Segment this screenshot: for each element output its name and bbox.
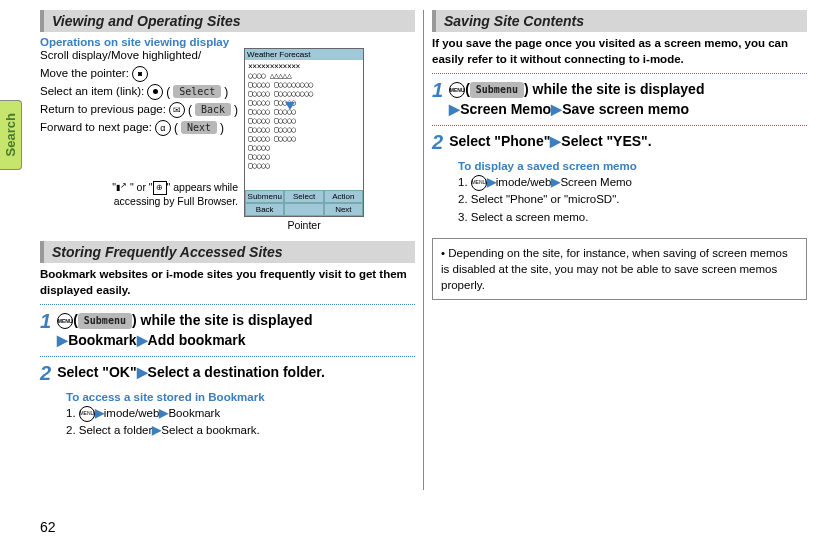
storing-step-1: 1 MENU(Submenu) while the site is displa… — [40, 311, 415, 350]
move-pointer-label: Move the pointer: — [40, 66, 129, 82]
pointer-arrow-icon — [285, 102, 295, 110]
next-softkey: Next — [181, 121, 217, 134]
saving-note-box: • Depending on the site, for instance, w… — [432, 238, 807, 300]
access-bookmark-steps: 1. MENU▶imode/web▶Bookmark 2. Select a f… — [66, 405, 415, 440]
back-softkey: Back — [195, 103, 231, 116]
submenu-softkey: Submenu — [78, 313, 132, 329]
storing-step-2: 2 Select "OK"▶Select a destination folde… — [40, 363, 415, 383]
saving-note-text: Depending on the site, for instance, whe… — [441, 247, 788, 291]
alpha-button-icon — [155, 120, 171, 136]
section-saving-title: Saving Site Contents — [432, 10, 807, 32]
saving-step-1: 1 MENU(Submenu) while the site is displa… — [432, 80, 807, 119]
return-prev-label: Return to previous page: — [40, 102, 166, 118]
select-item-label: Select an item (link): — [40, 84, 144, 100]
globe-box-icon: ⊕ — [153, 181, 167, 195]
pointer-caption: Pointer — [244, 219, 364, 231]
scroll-move-text: Scroll display/Move highlighted/ — [40, 48, 238, 64]
section-viewing-title: Viewing and Operating Sites — [40, 10, 415, 32]
antenna-icon — [116, 182, 130, 194]
menu-button-icon-2: MENU — [449, 82, 465, 98]
side-tab: Search — [0, 100, 22, 170]
phone-softkey-row: Submenu Select Action — [245, 190, 363, 203]
column-divider — [423, 10, 424, 490]
access-bookmark-title: To access a site stored in Bookmark — [66, 391, 415, 403]
menu-button-icon: MENU — [57, 313, 73, 329]
operations-figure-row: Scroll display/Move highlighted/ Move th… — [40, 48, 415, 231]
page-columns: Viewing and Operating Sites Operations o… — [40, 10, 807, 490]
operations-subtitle: Operations on site viewing display — [40, 36, 415, 48]
operations-text-block: Scroll display/Move highlighted/ Move th… — [40, 48, 238, 231]
page-number: 62 — [40, 519, 56, 535]
select-softkey: Select — [173, 85, 221, 98]
saving-intro: If you save the page once you visited as… — [432, 36, 807, 67]
menu-button-icon-small: MENU — [79, 406, 95, 422]
submenu-softkey-2: Submenu — [470, 82, 524, 98]
step-number-1: 1 — [40, 311, 51, 350]
section-storing-title: Storing Frequently Accessed Sites — [40, 241, 415, 263]
storing-intro: Bookmark websites or i-mode sites you fr… — [40, 267, 415, 298]
center-button-icon — [147, 84, 163, 100]
side-tab-label: Search — [3, 113, 18, 156]
left-column: Viewing and Operating Sites Operations o… — [40, 10, 415, 490]
right-column: Saving Site Contents If you save the pag… — [432, 10, 807, 490]
nav-pad-icon — [132, 66, 148, 82]
phone-screenshot: Weather Forecast ×××××××××××× ○○○○ △△△△△… — [244, 48, 364, 231]
menu-button-icon-3: MENU — [471, 175, 487, 191]
phone-screen-body: ×××××××××××× ○○○○ △△△△△ ▢○○○○ ▢○○○○○○○○ … — [245, 60, 363, 190]
step-number-2: 2 — [40, 363, 51, 383]
forward-next-label: Forward to next page: — [40, 120, 152, 136]
phone-screen-title: Weather Forecast — [245, 49, 363, 60]
display-saved-steps: 1. MENU▶imode/web▶Screen Memo 2. Select … — [458, 174, 807, 226]
saving-step-2: 2 Select "Phone"▶Select "YES". — [432, 132, 807, 152]
mail-button-icon — [169, 102, 185, 118]
full-browser-note: "" or "⊕" appears while accessing by Ful… — [40, 181, 238, 209]
display-saved-title: To display a saved screen memo — [458, 160, 807, 172]
